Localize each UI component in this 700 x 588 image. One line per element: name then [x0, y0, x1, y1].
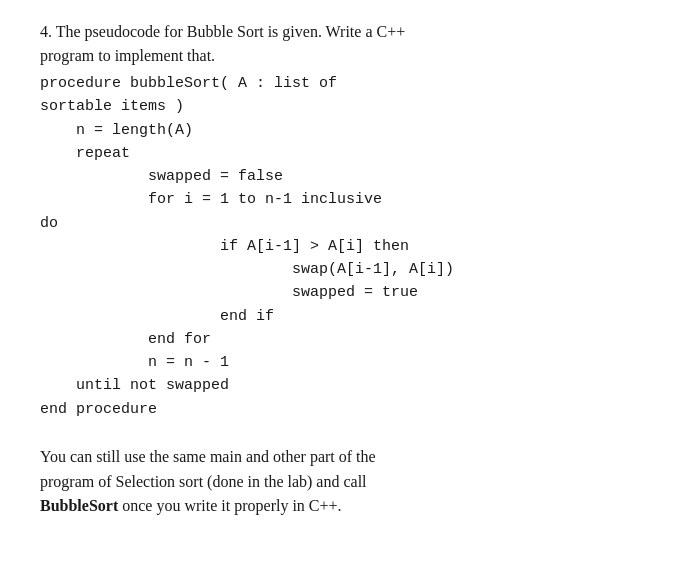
bubble-sort-bold: BubbleSort [40, 497, 118, 514]
code-line-12: end for [40, 331, 211, 348]
footer-line-3: BubbleSort once you write it properly in… [40, 497, 342, 514]
footer-line-1: You can still use the same main and othe… [40, 448, 376, 465]
footer-line-2: program of Selection sort (done in the l… [40, 473, 367, 490]
code-line-1: procedure bubbleSort( A : list of [40, 75, 337, 92]
code-line-3: n = length(A) [40, 122, 193, 139]
footer-description: You can still use the same main and othe… [40, 445, 660, 519]
code-line-9: swap(A[i-1], A[i]) [40, 261, 454, 278]
code-line-15: end procedure [40, 401, 157, 418]
page-container: 4. The pseudocode for Bubble Sort is giv… [0, 0, 700, 588]
code-line-5: swapped = false [40, 168, 283, 185]
code-line-8: if A[i-1] > A[i] then [40, 238, 409, 255]
code-line-4: repeat [40, 145, 130, 162]
question-intro: 4. The pseudocode for Bubble Sort is giv… [40, 20, 660, 68]
question-text-line2: program to implement that. [40, 47, 215, 64]
code-line-7: do [40, 215, 58, 232]
code-line-6: for i = 1 to n-1 inclusive [40, 191, 382, 208]
code-line-14: until not swapped [40, 377, 229, 394]
code-line-11: end if [40, 308, 274, 325]
code-line-13: n = n - 1 [40, 354, 229, 371]
question-number: 4. The pseudocode for Bubble Sort is giv… [40, 23, 405, 40]
code-line-10: swapped = true [40, 284, 418, 301]
code-line-2: sortable items ) [40, 98, 184, 115]
pseudocode-block: procedure bubbleSort( A : list of sortab… [40, 72, 660, 421]
